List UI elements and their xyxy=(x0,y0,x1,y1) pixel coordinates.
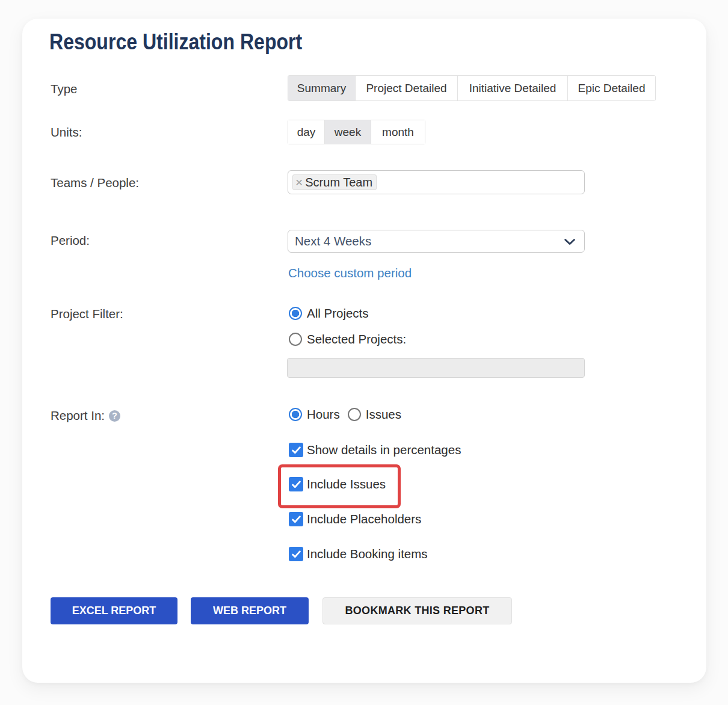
web-report-button[interactable]: WEB REPORT xyxy=(191,597,309,624)
chevron-down-icon xyxy=(564,234,575,248)
issues-radio-label: Issues xyxy=(366,407,401,422)
hours-radio[interactable] xyxy=(289,408,302,421)
units-segmented-control: day week month xyxy=(288,120,425,144)
all-projects-radio-label: All Projects xyxy=(307,306,369,321)
chip-label: Scrum Team xyxy=(305,176,372,189)
include-booking-items-checkbox-row[interactable]: Include Booking items xyxy=(289,547,428,561)
all-projects-radio-row[interactable]: All Projects xyxy=(289,306,369,321)
include-booking-items-checkbox[interactable] xyxy=(289,547,303,561)
period-label: Period: xyxy=(51,233,90,248)
teams-people-input[interactable]: ×Scrum Team xyxy=(288,170,585,194)
all-projects-radio[interactable] xyxy=(289,307,302,320)
choose-custom-period-link[interactable]: Choose custom period xyxy=(288,266,412,280)
type-option-initiative-detailed[interactable]: Initiative Detailed xyxy=(458,76,568,100)
units-label: Units: xyxy=(51,125,82,140)
help-icon[interactable]: ? xyxy=(109,410,120,422)
include-placeholders-checkbox-row[interactable]: Include Placeholders xyxy=(289,512,421,526)
red-highlight-rectangle xyxy=(278,464,401,508)
type-option-epic-detailed[interactable]: Epic Detailed xyxy=(568,76,655,100)
show-details-checkbox-label: Show details in percentages xyxy=(307,443,461,457)
type-option-project-detailed[interactable]: Project Detailed xyxy=(356,76,458,100)
page-title: Resource Utilization Report xyxy=(49,31,302,53)
teams-people-label: Teams / People: xyxy=(51,176,139,190)
report-card: Resource Utilization Report Type Summary… xyxy=(22,19,706,683)
excel-report-button[interactable]: EXCEL REPORT xyxy=(51,597,177,624)
type-segmented-control: Summary Project Detailed Initiative Deta… xyxy=(288,75,656,101)
units-option-month[interactable]: month xyxy=(371,120,425,144)
selected-projects-radio-row[interactable]: Selected Projects: xyxy=(289,332,406,346)
include-placeholders-checkbox[interactable] xyxy=(289,512,303,526)
bookmark-this-report-button[interactable]: BOOKMARK THIS REPORT xyxy=(322,597,512,624)
selected-projects-radio-label: Selected Projects: xyxy=(307,332,406,346)
report-in-label-text: Report In: xyxy=(51,408,105,422)
period-selected-value: Next 4 Weeks xyxy=(295,234,371,248)
hours-radio-label: Hours xyxy=(307,407,340,422)
type-label: Type xyxy=(51,82,77,96)
show-details-checkbox[interactable] xyxy=(289,443,303,457)
team-chip: ×Scrum Team xyxy=(292,174,377,190)
show-details-checkbox-row[interactable]: Show details in percentages xyxy=(289,443,461,457)
chip-remove-icon[interactable]: × xyxy=(295,175,303,189)
units-option-week[interactable]: week xyxy=(325,120,371,144)
units-option-day[interactable]: day xyxy=(288,120,325,144)
selected-projects-radio[interactable] xyxy=(289,333,302,346)
type-option-summary[interactable]: Summary xyxy=(288,76,356,100)
issues-radio[interactable] xyxy=(348,408,361,421)
include-placeholders-checkbox-label: Include Placeholders xyxy=(307,512,421,526)
report-in-label: Report In:? xyxy=(51,408,120,423)
selected-projects-input xyxy=(287,358,585,378)
include-booking-items-checkbox-label: Include Booking items xyxy=(307,547,428,561)
project-filter-label: Project Filter: xyxy=(51,307,123,321)
report-in-radio-row: Hours Issues xyxy=(289,407,401,422)
period-select[interactable]: Next 4 Weeks xyxy=(288,230,585,253)
